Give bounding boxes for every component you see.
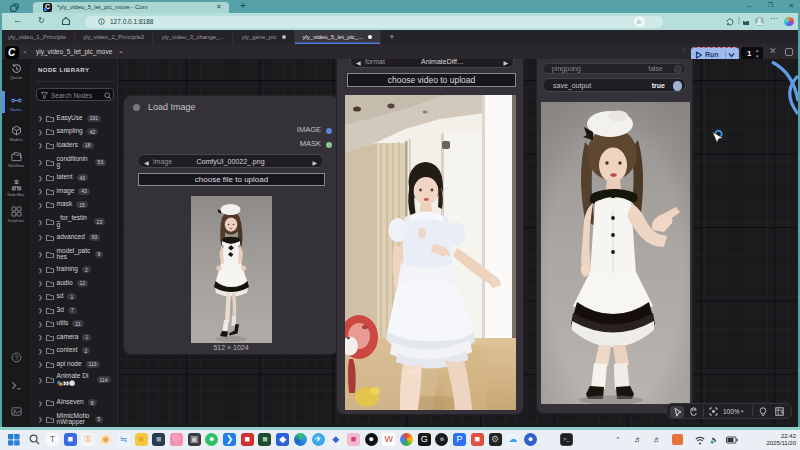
svg-text:?: ? (14, 354, 18, 361)
svg-text:✕: ✕ (780, 410, 784, 415)
